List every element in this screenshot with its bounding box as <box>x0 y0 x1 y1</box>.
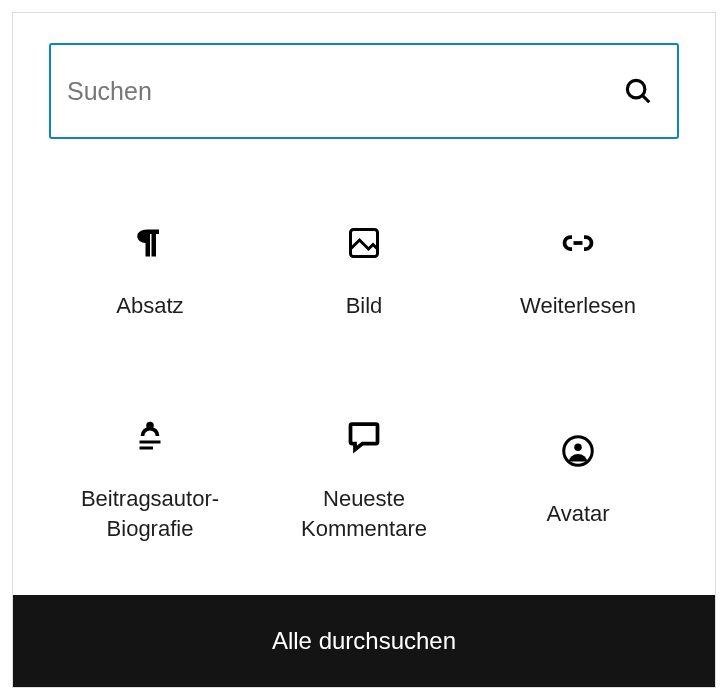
block-image[interactable]: Bild <box>257 179 471 367</box>
block-label: Beitragsautor-Biografie <box>51 484 249 543</box>
block-label: Absatz <box>116 291 183 321</box>
svg-point-7 <box>574 444 582 452</box>
search-input[interactable] <box>63 77 623 106</box>
block-label: Neueste Kommentare <box>265 484 463 543</box>
image-icon <box>346 225 382 261</box>
link-icon <box>560 225 596 261</box>
block-label: Weiterlesen <box>520 291 636 321</box>
block-latest-comments[interactable]: Neueste Kommentare <box>257 387 471 575</box>
block-readmore[interactable]: Weiterlesen <box>471 179 685 367</box>
search-wrap <box>13 13 715 159</box>
browse-all-button[interactable]: Alle durchsuchen <box>13 595 715 687</box>
block-author-bio[interactable]: Beitragsautor-Biografie <box>43 387 257 575</box>
user-circle-icon <box>560 433 596 469</box>
block-label: Bild <box>346 291 383 321</box>
browse-all-label: Alle durchsuchen <box>272 627 456 654</box>
svg-point-0 <box>627 80 645 98</box>
search-icon <box>623 76 653 106</box>
block-label: Avatar <box>546 499 609 529</box>
block-inserter-panel: Absatz Bild Weiterlesen <box>12 12 716 688</box>
author-bio-icon <box>132 418 168 454</box>
block-avatar[interactable]: Avatar <box>471 387 685 575</box>
search-box[interactable] <box>49 43 679 139</box>
paragraph-icon <box>132 225 168 261</box>
svg-line-1 <box>643 96 649 102</box>
block-paragraph[interactable]: Absatz <box>43 179 257 367</box>
block-grid: Absatz Bild Weiterlesen <box>13 159 715 595</box>
comment-icon <box>346 418 382 454</box>
